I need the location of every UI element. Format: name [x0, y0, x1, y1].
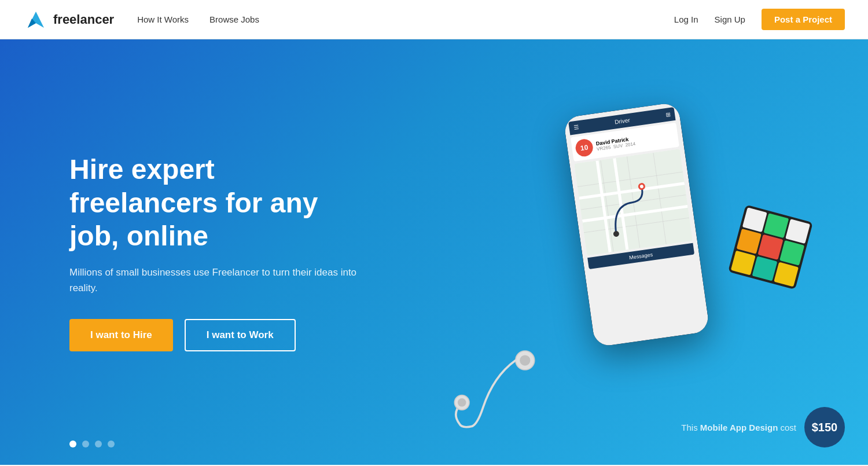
navbar-links: How It Works Browse Jobs: [137, 14, 674, 24]
hero-section: Hire expert freelancers for any job, onl…: [0, 39, 868, 465]
hero-content: Hire expert freelancers for any job, onl…: [0, 153, 359, 351]
map-svg: [574, 149, 692, 255]
slider-dots: [69, 441, 115, 447]
cube-cell: [742, 207, 767, 232]
login-link[interactable]: Log In: [674, 14, 698, 24]
logo-text: freelancer: [53, 12, 114, 27]
phone-driver-info: David Patrick VR265 SUV 2014: [595, 135, 636, 152]
earphones-svg: [451, 343, 567, 430]
hero-visual: ☰ Driver ⊞ 10 David Patrick VR265 SUV 20…: [347, 39, 868, 465]
phone-mockup: ☰ Driver ⊞ 10 David Patrick VR265 SUV 20…: [563, 102, 710, 347]
want-to-hire-button[interactable]: I want to Hire: [69, 319, 173, 351]
phone-settings-icon: ⊞: [665, 111, 670, 118]
dot-2[interactable]: [82, 441, 89, 447]
hero-subtitle: Millions of small businesses use Freelan…: [69, 265, 359, 296]
post-project-button[interactable]: Post a Project: [762, 9, 845, 30]
navbar: freelancer How It Works Browse Jobs Log …: [0, 0, 868, 39]
cube-cell: [737, 229, 762, 254]
dot-1[interactable]: [69, 441, 76, 447]
cube-cell: [764, 213, 789, 238]
signup-link[interactable]: Sign Up: [715, 14, 745, 24]
cube-cell: [779, 240, 804, 265]
want-to-work-button[interactable]: I want to Work: [185, 319, 296, 351]
svg-point-15: [458, 398, 466, 407]
logo-link[interactable]: freelancer: [23, 7, 114, 32]
cube-cell: [731, 250, 756, 275]
cost-badge-area: This Mobile App Design cost $150: [681, 407, 845, 447]
phone-driver-number: 10: [575, 138, 594, 157]
cost-amount-badge: $150: [804, 407, 845, 447]
nav-how-it-works[interactable]: How It Works: [137, 14, 189, 24]
dot-3[interactable]: [95, 441, 102, 447]
cube-cell: [785, 219, 810, 244]
phone-map: [574, 149, 692, 255]
dot-4[interactable]: [108, 441, 115, 447]
cube-cell: [752, 256, 777, 281]
hero-title: Hire expert freelancers for any job, onl…: [69, 153, 359, 253]
phone-screen: ☰ Driver ⊞ 10 David Patrick VR265 SUV 20…: [563, 102, 710, 347]
cube-cell: [758, 234, 783, 259]
phone-menu-icon: ☰: [573, 124, 579, 131]
cost-prefix: This Mobile App Design cost: [681, 423, 796, 432]
nav-browse-jobs[interactable]: Browse Jobs: [209, 14, 259, 24]
logo-icon: [23, 7, 49, 32]
phone-app-name: Driver: [614, 117, 630, 126]
rubiks-cube: [726, 204, 818, 296]
cube-face: [728, 204, 813, 289]
hero-buttons: I want to Hire I want to Work: [69, 319, 359, 351]
svg-point-13: [520, 355, 530, 365]
cube-cell: [774, 262, 799, 287]
navbar-right: Log In Sign Up Post a Project: [674, 9, 845, 30]
